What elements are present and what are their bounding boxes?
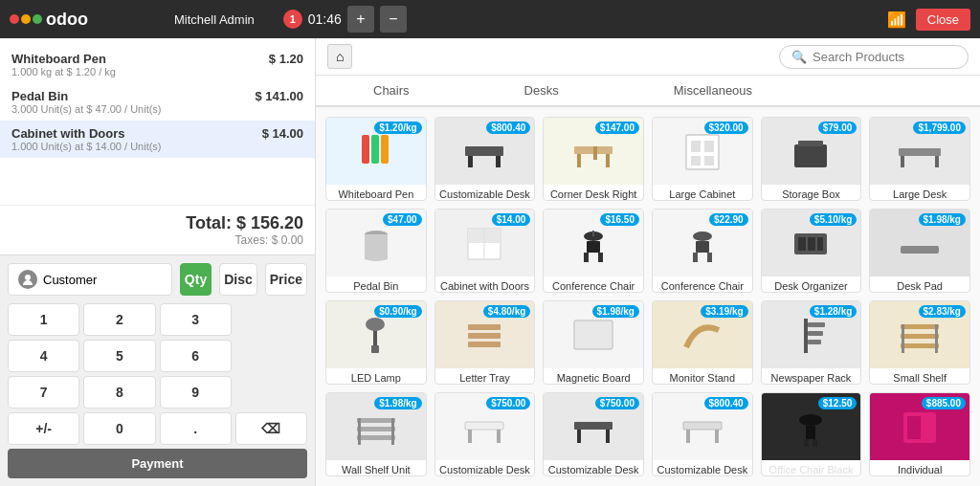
num-7[interactable]: 7 (8, 376, 79, 409)
product-card[interactable]: $16.50 Conference Chair (Steel) (543, 209, 644, 293)
svg-rect-66 (683, 422, 722, 430)
price-badge: $12.50 (818, 397, 858, 409)
product-name: Storage Box (762, 185, 861, 201)
svg-rect-43 (468, 333, 501, 339)
product-card[interactable]: $47.00 Pedal Bin (325, 209, 427, 293)
svg-rect-62 (497, 430, 501, 443)
product-card[interactable]: $1.98/kg Desk Pad (869, 209, 970, 293)
svg-point-0 (25, 275, 31, 280)
num-1[interactable]: 1 (8, 303, 79, 336)
product-card[interactable]: $147.00 Corner Desk Right Sit (543, 117, 644, 201)
cat-tab-miscellaneous[interactable]: Miscellaneous (616, 76, 810, 107)
svg-rect-72 (813, 439, 817, 447)
product-card[interactable]: $320.00 Large Cabinet (652, 117, 753, 201)
product-card[interactable]: $800.40 Customizable Desk (Aluminium, Bl… (434, 117, 536, 201)
product-card[interactable]: $3.19/kg Monitor Stand (652, 300, 753, 385)
svg-rect-9 (606, 154, 610, 167)
customer-label: Customer (43, 273, 97, 287)
product-card[interactable]: $1,799.00 Large Desk (869, 117, 970, 201)
num-dot[interactable]: . (160, 412, 232, 445)
product-card[interactable]: $1.98/kg Wall Shelf Unit (325, 392, 427, 476)
svg-rect-52 (901, 343, 939, 348)
order-line[interactable]: Pedal Bin $ 141.00 3.000 Unit(s) at $ 47… (0, 83, 315, 121)
product-name: Customizable Desk (Aluminium, White) (653, 460, 752, 476)
price-badge: $16.50 (600, 213, 639, 226)
product-card[interactable]: $1.98/kg Magnetic Board (543, 300, 644, 385)
price-badge: $885.00 (922, 397, 966, 409)
svg-rect-27 (584, 253, 589, 262)
svg-rect-59 (391, 418, 394, 445)
svg-rect-19 (901, 156, 904, 167)
product-name: Newspaper Rack (762, 368, 861, 385)
svg-point-40 (366, 318, 385, 331)
product-card[interactable]: $1.28/kg Newspaper Rack (761, 300, 862, 385)
backspace-button[interactable]: ⌫ (235, 412, 307, 445)
product-name: Pedal Bin (11, 89, 68, 103)
left-panel: Whiteboard Pen $ 1.20 1.000 kg at $ 1.20… (0, 38, 316, 486)
wifi-icon: 📶 (887, 11, 906, 29)
customer-button[interactable]: Customer (8, 263, 172, 296)
product-name: Customizable Desk (Steel, Black) (544, 460, 643, 476)
product-card[interactable]: $750.00 Customizable Desk (Steel, Black) (543, 392, 644, 476)
svg-rect-56 (357, 427, 395, 431)
num-plusminus[interactable]: +/- (8, 412, 79, 445)
product-card[interactable]: $4.80/kg Letter Tray (434, 300, 536, 385)
product-card[interactable]: $5.10/kg Desk Organizer (761, 209, 862, 293)
product-card[interactable]: $12.50 Office Chair Black (761, 392, 862, 476)
num-2[interactable]: 2 (83, 303, 155, 336)
svg-rect-51 (901, 334, 939, 339)
product-card[interactable]: $800.40 Customizable Desk (Aluminium, Wh… (652, 392, 753, 476)
price-badge: $147.00 (595, 122, 639, 134)
num-3[interactable]: 3 (160, 303, 232, 336)
svg-rect-26 (587, 241, 600, 253)
price-badge: $800.40 (704, 397, 748, 409)
close-button[interactable]: Close (916, 9, 970, 31)
product-card[interactable]: $79.00 Storage Box (761, 117, 862, 201)
product-name: Desk Organizer (762, 276, 861, 293)
product-card[interactable]: $2.83/kg Small Shelf (869, 300, 970, 385)
product-card[interactable]: $885.00 Individual Workplace (869, 392, 970, 476)
odoo-logo: odoo (10, 10, 88, 30)
product-card[interactable]: $14.00 Cabinet with Doors (434, 209, 536, 293)
product-name: Large Desk (870, 185, 969, 201)
num-5[interactable]: 5 (83, 340, 155, 372)
num-6[interactable]: 6 (160, 340, 232, 372)
product-name: Customizable Desk (Steel, White) (435, 460, 535, 476)
svg-rect-15 (704, 156, 714, 166)
home-button[interactable]: ⌂ (327, 44, 352, 69)
product-name: Magnetic Board (544, 368, 643, 385)
price-button[interactable]: Price (265, 263, 307, 296)
product-card[interactable]: $1.20/kg Whiteboard Pen (325, 117, 427, 201)
remove-order-button[interactable]: − (380, 6, 407, 33)
product-card[interactable]: $750.00 Customizable Desk (Steel, White) (434, 392, 536, 476)
cat-tab-chairs[interactable]: Chairs (316, 76, 467, 107)
svg-rect-20 (935, 156, 939, 167)
svg-rect-63 (574, 422, 612, 430)
order-line[interactable]: Cabinet with Doors $ 14.00 1.000 Unit(s)… (0, 121, 315, 158)
payment-button[interactable]: Payment (8, 449, 307, 478)
order-line[interactable]: Whiteboard Pen $ 1.20 1.000 kg at $ 1.20… (0, 46, 315, 83)
price-badge: $5.10/kg (810, 213, 857, 226)
svg-rect-8 (577, 154, 581, 167)
num-0[interactable]: 0 (83, 412, 155, 445)
disc-button[interactable]: Disc (219, 263, 257, 296)
price-badge: $1.98/kg (374, 397, 421, 409)
num-9[interactable]: 9 (160, 376, 232, 409)
svg-rect-6 (496, 156, 501, 167)
user-name: Mitchell Admin (174, 12, 255, 27)
cat-tab-desks[interactable]: Desks (467, 76, 616, 107)
num-4[interactable]: 4 (8, 340, 79, 372)
price-badge: $4.80/kg (483, 305, 530, 318)
product-card[interactable]: $22.90 Conference Chair (Aluminium) (652, 209, 753, 293)
svg-rect-12 (691, 141, 701, 152)
qty-button[interactable]: Qty (180, 263, 212, 296)
add-order-button[interactable]: + (347, 6, 374, 33)
svg-rect-16 (794, 144, 827, 167)
customer-icon (18, 270, 37, 289)
product-card[interactable]: $0.90/kg LED Lamp (325, 300, 427, 385)
search-box[interactable]: 🔍 (779, 45, 969, 69)
num-8[interactable]: 8 (83, 376, 155, 409)
search-input[interactable] (813, 50, 956, 64)
svg-rect-50 (901, 324, 939, 329)
price-badge: $1.20/kg (374, 122, 421, 134)
